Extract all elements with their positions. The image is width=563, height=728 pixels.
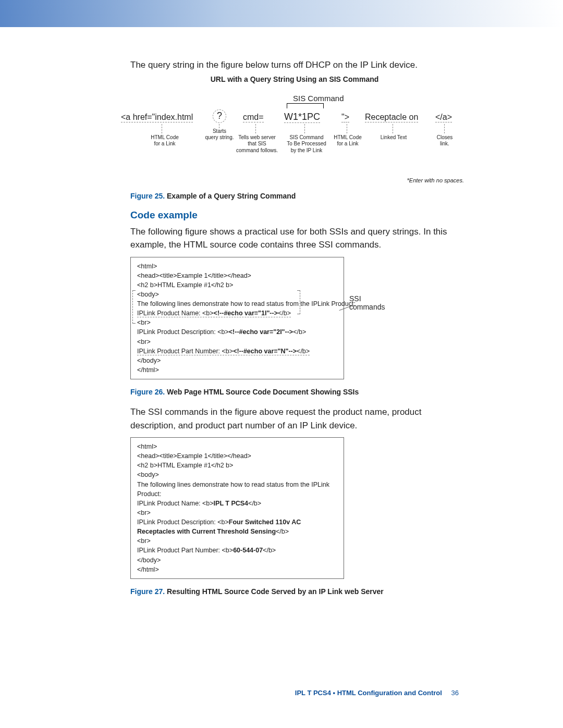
intro-text: The query string in the figure below tur…	[130, 58, 459, 72]
footer-page-number: 36	[451, 689, 459, 697]
desc-4: SIS CommandTo Be Processedby the IP Link	[284, 134, 329, 154]
conn-1	[162, 124, 162, 133]
footnote: *Enter with no spaces.	[130, 177, 464, 183]
footer-doc-title: IPL T PCS4 • HTML Configuration and Cont…	[295, 689, 442, 697]
bracket-right-tick	[323, 103, 324, 108]
bracket-left-tick	[287, 103, 287, 108]
code-example-para: The following figure shows a practical u…	[130, 225, 459, 252]
page: The query string in the figure below tur…	[0, 0, 563, 728]
conn-5	[347, 124, 347, 133]
code-block-27-wrap: <html><head><title>Example 1</title></he…	[130, 437, 344, 579]
desc-5: HTML Codefor a Link	[332, 134, 364, 147]
cmd-seg-sis: W1*1PC	[284, 112, 320, 123]
figure-27-caption: Figure 27. Resulting HTML Source Code Se…	[130, 587, 459, 596]
ssi-commands-label: SSIcommands	[349, 294, 385, 311]
desc-7: Closeslink.	[433, 134, 457, 147]
desc-2: Startsquery string.	[203, 128, 236, 141]
figure-26-caption: Figure 26. Web Page HTML Source Code Doc…	[130, 388, 459, 396]
cmd-seg-close-quote: ">	[341, 113, 349, 122]
code-example-heading: Code example	[130, 209, 459, 221]
figure-27-number: Figure 27.	[130, 587, 165, 596]
page-footer: IPL T PCS4 • HTML Configuration and Cont…	[295, 689, 459, 697]
sis-command-top-label: SIS Command	[293, 94, 344, 103]
conn-2	[219, 124, 219, 128]
figure-25-number: Figure 25.	[130, 192, 165, 200]
figure-27-title: Resulting HTML Source Code Served by an …	[167, 587, 384, 596]
conn-3	[255, 124, 256, 133]
conn-4	[304, 124, 305, 133]
header-bar	[0, 0, 563, 27]
ssi-bracket-right	[297, 290, 300, 314]
bracket-top	[287, 103, 323, 108]
cmd-seg-ahref: <a href="index.html	[121, 113, 193, 122]
figure-26-number: Figure 26.	[130, 388, 165, 396]
figure-25-caption: Figure 25. Example of a Query String Com…	[130, 192, 459, 200]
cmd-seg-linktext: Receptacle on	[365, 113, 418, 122]
mid-para: The SSI commands in the figure above req…	[130, 405, 459, 432]
desc-1: HTML Codefor a Link	[144, 134, 186, 147]
diagram-title: URL with a Query String Using an SIS Com…	[130, 75, 459, 83]
figure-25-title: Example of a Query String Command	[167, 192, 296, 200]
conn-7	[444, 124, 445, 133]
code-block-26-wrap: <html><head><title>Example 1</title></he…	[130, 257, 344, 380]
ssi-bracket-left	[132, 290, 136, 324]
content-area: The query string in the figure below tur…	[0, 27, 563, 596]
figure-26-title: Web Page HTML Source Code Document Showi…	[167, 388, 359, 396]
code-block-27: <html><head><title>Example 1</title></he…	[130, 437, 344, 579]
cmd-seg-q: ?	[213, 109, 226, 123]
query-string-diagram: SIS Command <a href="index.html ? cmd= W…	[125, 94, 459, 172]
conn-6	[393, 124, 393, 133]
desc-3: Tells web serverthat SIScommand follows.	[234, 134, 280, 154]
cmd-seg-cmdeq: cmd=	[243, 113, 264, 122]
code-block-26: <html><head><title>Example 1</title></he…	[130, 257, 344, 380]
cmd-seg-close-a: </a>	[435, 113, 452, 122]
desc-6: Linked Text	[375, 134, 412, 141]
